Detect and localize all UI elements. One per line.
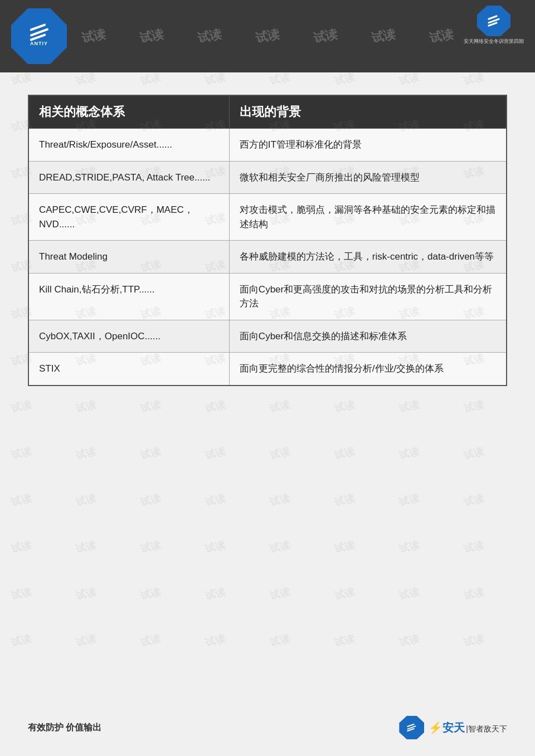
wm-7: 试读	[428, 26, 455, 46]
row6-col1: CybOX,TAXII，OpenIOC......	[28, 320, 229, 353]
wm-1: 试读	[80, 26, 108, 46]
row5-col2: 面向Cyber和更高强度的攻击和对抗的场景的分析工具和分析方法	[229, 273, 507, 320]
row6-col2: 面向Cyber和信息交换的描述和标准体系	[229, 320, 507, 353]
wm-5: 试读	[312, 26, 339, 46]
row4-col2: 各种威胁建模的方法论，工具，risk-centric，data-driven等等	[229, 241, 507, 274]
header-right-logo: 安天网络安全冬训营第四期	[464, 6, 524, 45]
row7-col1: STIX	[28, 353, 229, 386]
row7-col2: 面向更完整的综合性的情报分析/作业/交换的体系	[229, 353, 507, 386]
header-watermarks: 试读 试读 试读 试读 试读 试读 试读	[0, 0, 535, 72]
row2-col2: 微软和相关安全厂商所推出的风险管理模型	[229, 161, 507, 194]
table-row: CAPEC,CWE,CVE,CVRF，MAEC，NVD...... 对攻击模式，…	[28, 194, 507, 241]
header: ANTIY 试读 试读 试读 试读 试读 试读 试读 安天网络安全冬训营第四期	[0, 0, 535, 72]
row1-col2: 西方的IT管理和标准化的背景	[229, 129, 507, 162]
wm-4: 试读	[254, 26, 281, 46]
col2-header: 出现的背景	[229, 95, 507, 129]
wm-2: 试读	[138, 26, 166, 46]
row2-col1: DREAD,STRIDE,PASTA, Attack Tree......	[28, 161, 229, 194]
table-row: Threat Modeling 各种威胁建模的方法论，工具，risk-centr…	[28, 241, 507, 274]
table-row: DREAD,STRIDE,PASTA, Attack Tree...... 微软…	[28, 161, 507, 194]
footer-brand-name: ⚡安天	[429, 720, 465, 735]
footer-brand: ⚡安天 |智者敌天下	[429, 720, 507, 735]
footer-brand-slogan: |智者敌天下	[466, 724, 507, 734]
footer-tagline: 有效防护 价值输出	[28, 722, 101, 734]
row5-col1: Kill Chain,钻石分析,TTP......	[28, 273, 229, 320]
table-row: Kill Chain,钻石分析,TTP...... 面向Cyber和更高强度的攻…	[28, 273, 507, 320]
wm-3: 试读	[196, 26, 223, 46]
table-row: CybOX,TAXII，OpenIOC...... 面向Cyber和信息交换的描…	[28, 320, 507, 353]
logo-antiy-text: ANTIY	[30, 41, 48, 46]
row3-col2: 对攻击模式，脆弱点，漏洞等各种基础的安全元素的标定和描述结构	[229, 194, 507, 241]
concept-table: 相关的概念体系 出现的背景 Threat/Risk/Exposure/Asset…	[28, 95, 507, 386]
table-row: Threat/Risk/Exposure/Asset...... 西方的IT管理…	[28, 129, 507, 162]
row1-col1: Threat/Risk/Exposure/Asset......	[28, 129, 229, 162]
main-content: 相关的概念体系 出现的背景 Threat/Risk/Exposure/Asset…	[0, 72, 535, 403]
table-row: STIX 面向更完整的综合性的情报分析/作业/交换的体系	[28, 353, 507, 386]
antiy-logo: ANTIY	[11, 8, 67, 64]
col1-header: 相关的概念体系	[28, 95, 229, 129]
row4-col1: Threat Modeling	[28, 241, 229, 274]
header-right-logo-icon	[477, 6, 510, 36]
header-right-logo-text: 安天网络安全冬训营第四期	[464, 38, 524, 45]
footer-right: ⚡安天 |智者敌天下	[399, 716, 507, 739]
footer: 有效防护 价值输出 ⚡安天 |智者敌天下	[0, 716, 535, 739]
footer-logo-icon	[399, 716, 424, 739]
wm-6: 试读	[370, 26, 397, 46]
row3-col1: CAPEC,CWE,CVE,CVRF，MAEC，NVD......	[28, 194, 229, 241]
